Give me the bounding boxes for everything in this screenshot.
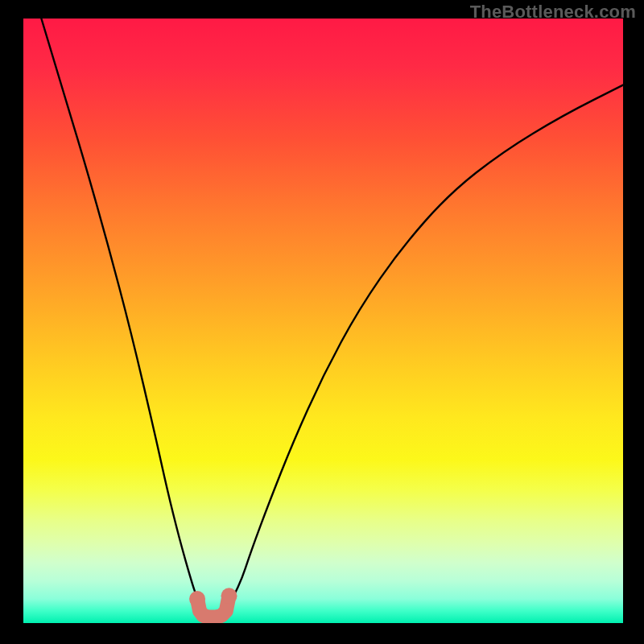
chart-plot-area [23, 19, 623, 623]
marker-endpoint-left [189, 591, 205, 607]
marker-endpoint-right [221, 588, 237, 604]
marker-layer [23, 19, 623, 623]
watermark-text: TheBottleneck.com [470, 2, 636, 23]
